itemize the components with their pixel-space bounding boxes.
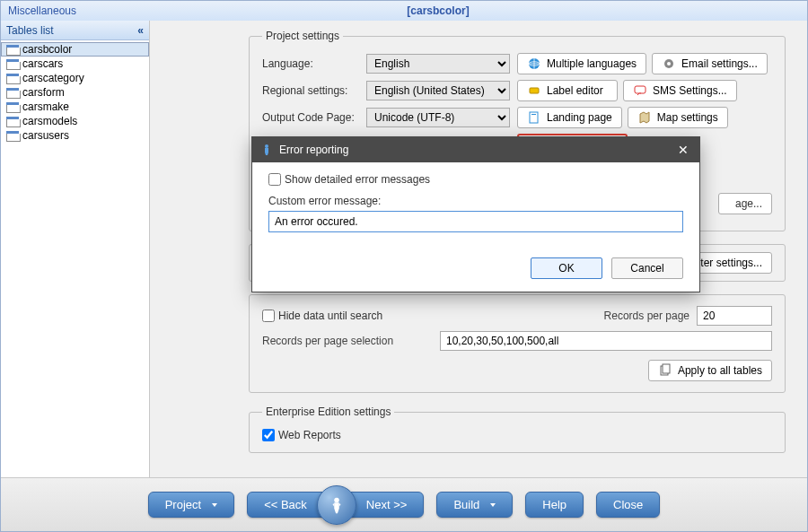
page-icon <box>527 110 541 125</box>
map-icon <box>637 110 652 125</box>
svg-rect-13 <box>663 364 670 373</box>
svg-point-14 <box>334 497 339 502</box>
run-icon[interactable] <box>317 485 356 525</box>
apply-all-button[interactable]: Apply to all tables <box>648 360 772 381</box>
build-button[interactable]: Build <box>436 492 513 518</box>
rpp-input[interactable] <box>697 306 772 326</box>
sidebar-item-label: carscategory <box>22 72 84 84</box>
table-icon <box>6 45 19 55</box>
language-select[interactable]: English <box>366 54 510 74</box>
chat-icon <box>633 83 647 98</box>
sms-settings-button[interactable]: SMS Settings... <box>623 80 737 101</box>
tag-icon <box>527 83 541 98</box>
table-icon <box>6 59 19 69</box>
enterprise-legend: Enterprise Edition settings <box>262 406 394 418</box>
close-icon[interactable]: ✕ <box>674 143 692 157</box>
dialog-body: Show detailed error messages Custom erro… <box>252 162 699 292</box>
records-group: Hide data until search Records per page … <box>249 294 786 393</box>
enterprise-group: Enterprise Edition settings Web Reports <box>249 406 786 453</box>
sidebar-item-label: carsmake <box>22 100 69 113</box>
rpp-selection-label: Records per page selection <box>262 335 433 347</box>
codepage-select[interactable]: Unicode (UTF-8) <box>366 108 510 127</box>
hide-data-checkbox[interactable] <box>262 310 275 322</box>
sidebar-item-carscategory[interactable]: carscategory <box>1 71 149 85</box>
sidebar-item-label: carsmodels <box>22 115 77 127</box>
regional-label: Regional settings: <box>262 84 359 97</box>
rpp-selection-input[interactable] <box>440 331 772 351</box>
run-small-icon <box>259 143 274 157</box>
titlebar: Miscellaneous [carsbcolor] <box>1 1 807 21</box>
close-button[interactable]: Close <box>596 492 660 518</box>
dialog-titlebar: Error reporting ✕ <box>252 137 699 162</box>
sidebar-item-carsmake[interactable]: carsmake <box>1 100 149 114</box>
label-editor-button[interactable]: Label editor <box>517 80 618 101</box>
sidebar-item-label: carsusers <box>22 129 69 142</box>
collapse-icon[interactable]: « <box>137 24 144 37</box>
sidebar-item-carsform[interactable]: carsform <box>1 85 149 100</box>
web-reports-label: Web Reports <box>278 429 341 441</box>
web-reports-checkbox[interactable] <box>262 429 275 441</box>
sidebar-title: Tables list <box>6 24 54 37</box>
multiple-languages-button[interactable]: Multiple languages <box>517 53 646 74</box>
partial-button-visible[interactable]: age... <box>718 193 772 214</box>
sidebar-item-carsbcolor[interactable]: carsbcolor <box>1 42 149 57</box>
sidebar-header: Tables list « <box>1 21 149 40</box>
hide-data-label: Hide data until search <box>278 310 382 322</box>
landing-page-button[interactable]: Landing page <box>517 107 622 128</box>
table-icon <box>6 88 19 98</box>
help-button[interactable]: Help <box>525 492 584 518</box>
sidebar-list: carsbcolorcarscarscarscategorycarsformca… <box>1 40 149 477</box>
sidebar-item-carsusers[interactable]: carsusers <box>1 128 149 143</box>
table-icon <box>6 117 19 126</box>
svg-rect-6 <box>530 112 538 123</box>
sidebar-item-label: carsform <box>22 86 65 99</box>
footer-bar: Project << Back Next >> Build Help Close <box>1 477 807 531</box>
table-icon <box>6 74 19 83</box>
sidebar-item-label: carscars <box>22 57 63 70</box>
regional-select[interactable]: English (United States) <box>366 81 510 100</box>
sidebar-item-carscars[interactable]: carscars <box>1 57 149 71</box>
title-center: [carsbcolor] <box>76 4 800 17</box>
project-legend: Project settings <box>262 30 343 42</box>
sidebar-item-label: carsbcolor <box>22 43 72 56</box>
table-icon <box>6 131 19 141</box>
sidebar: Tables list « carsbcolorcarscarscarscate… <box>1 21 150 477</box>
ok-button[interactable]: OK <box>531 257 602 279</box>
gear-icon <box>662 57 676 71</box>
error-reporting-dialog: Error reporting ✕ Show detailed error me… <box>251 136 700 292</box>
map-settings-button[interactable]: Map settings <box>628 107 728 128</box>
svg-rect-5 <box>635 86 646 93</box>
email-settings-button[interactable]: Email settings... <box>652 53 768 74</box>
svg-point-3 <box>667 62 671 65</box>
cancel-button[interactable]: Cancel <box>611 257 683 279</box>
svg-rect-7 <box>531 114 536 115</box>
show-detailed-label: Show detailed error messages <box>285 173 430 186</box>
dialog-title: Error reporting <box>279 144 348 156</box>
show-detailed-checkbox[interactable] <box>268 173 281 186</box>
project-button[interactable]: Project <box>148 492 234 518</box>
globe-icon <box>527 57 541 71</box>
svg-rect-4 <box>530 88 539 93</box>
title-left: Miscellaneous <box>8 4 76 17</box>
custom-error-label: Custom error message: <box>268 195 683 207</box>
custom-error-input[interactable] <box>268 211 683 232</box>
copy-icon <box>658 363 672 378</box>
rpp-label: Records per page <box>604 310 689 322</box>
table-icon <box>6 102 19 112</box>
language-label: Language: <box>262 57 359 70</box>
svg-point-15 <box>265 144 268 148</box>
sidebar-item-carsmodels[interactable]: carsmodels <box>1 114 149 128</box>
codepage-label: Output Code Page: <box>262 111 359 124</box>
